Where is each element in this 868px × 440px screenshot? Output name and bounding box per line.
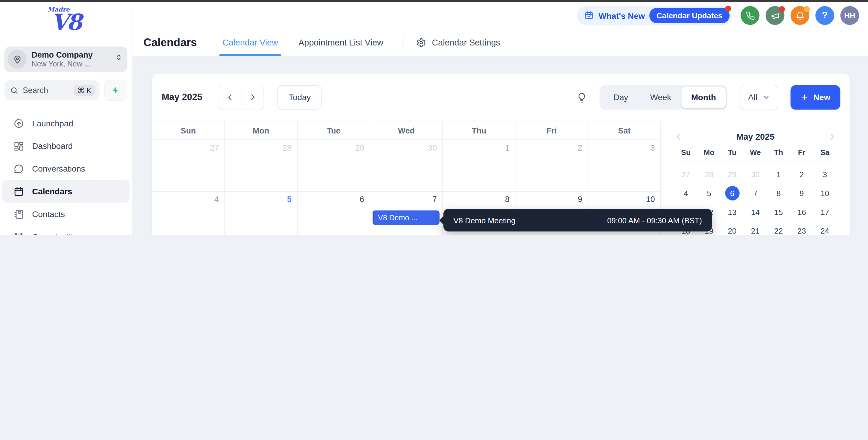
- brand-logo: Madre V8: [0, 2, 132, 41]
- notification-dot: [804, 6, 810, 12]
- day-cell[interactable]: 6: [298, 192, 370, 235]
- window-top-strip: [0, 0, 868, 2]
- mini-day-cell[interactable]: 4: [674, 184, 698, 203]
- brand-name: Madre: [48, 6, 70, 13]
- mini-day-name: Tu: [721, 149, 744, 157]
- day-cell[interactable]: 29: [298, 140, 370, 191]
- day-cell[interactable]: 27: [152, 140, 225, 191]
- day-cell[interactable]: 2: [516, 140, 588, 191]
- mini-day-cell[interactable]: 15: [767, 202, 790, 221]
- today-button[interactable]: Today: [278, 85, 322, 109]
- view-day-button[interactable]: Day: [601, 87, 640, 107]
- lightning-icon: [111, 86, 120, 95]
- gear-icon: [416, 37, 427, 48]
- contacts-icon: [13, 209, 25, 220]
- mini-day-cell[interactable]: 10: [813, 184, 836, 203]
- mini-day-cell[interactable]: 13: [721, 202, 744, 221]
- sidebar-nav: LaunchpadDashboardConversationsCalendars…: [0, 112, 132, 235]
- prev-month-button[interactable]: [219, 85, 242, 109]
- day-number: 1: [505, 144, 509, 152]
- view-month-button[interactable]: Month: [681, 87, 726, 107]
- sidebar-item-label: Launchpad: [32, 118, 73, 128]
- mini-day-cell[interactable]: 27: [674, 165, 698, 184]
- calendar-updates-badge[interactable]: Calendar Updates: [649, 8, 730, 23]
- view-week-button[interactable]: Week: [640, 87, 681, 107]
- sidebar-item-label: Opportunities: [32, 232, 82, 235]
- day-cell[interactable]: 5: [225, 192, 298, 235]
- day-cell[interactable]: 28: [225, 140, 298, 191]
- mini-day-cell[interactable]: 24: [813, 221, 836, 235]
- sidebar-item-calendars[interactable]: Calendars: [2, 180, 130, 202]
- mini-prev-month-button[interactable]: [674, 132, 683, 141]
- mini-day-cell[interactable]: 9: [790, 184, 813, 203]
- mini-day-cell[interactable]: 6: [721, 184, 744, 203]
- content-area: May 2025 Today: [132, 56, 868, 235]
- sidebar-item-dashboard[interactable]: Dashboard: [2, 135, 130, 157]
- tab-calendar-view[interactable]: Calendar View: [219, 29, 281, 56]
- user-avatar[interactable]: HH: [840, 6, 859, 25]
- calendar-event[interactable]: V8 Demo ...: [373, 211, 440, 225]
- day-number: 8: [505, 195, 509, 204]
- day-header: Sat: [588, 121, 660, 140]
- question-icon: ?: [822, 10, 828, 21]
- filter-select[interactable]: All: [740, 85, 779, 110]
- day-cell[interactable]: 4: [152, 192, 225, 235]
- mini-day-name: Th: [767, 149, 790, 157]
- phone-icon: [745, 11, 755, 20]
- company-name: Demo Company: [32, 50, 115, 60]
- mini-day-cell[interactable]: 8: [767, 184, 790, 203]
- mini-day-cell[interactable]: 2: [790, 165, 813, 184]
- app-window: Madre V8 Demo Company New York, New ...: [0, 0, 868, 235]
- mini-next-month-button[interactable]: [828, 132, 836, 141]
- sidebar-item-contacts[interactable]: Contacts: [2, 202, 130, 225]
- mini-day-cell[interactable]: 21: [744, 221, 767, 235]
- mini-day-cell[interactable]: 7: [744, 184, 767, 203]
- day-cell[interactable]: 1: [443, 140, 516, 191]
- company-switcher[interactable]: Demo Company New York, New ...: [4, 46, 127, 72]
- chevron-updown-icon: [115, 53, 123, 65]
- mini-day-cell[interactable]: 5: [698, 184, 720, 203]
- mini-day-cell[interactable]: 30: [744, 165, 767, 184]
- mini-day-cell[interactable]: 17: [813, 202, 836, 221]
- calendar-icon: [13, 186, 25, 197]
- mini-day-cell[interactable]: 16: [790, 202, 813, 221]
- day-cell[interactable]: 7V8 Demo ...: [370, 192, 443, 235]
- mini-day-cell[interactable]: 23: [790, 221, 813, 235]
- day-cell[interactable]: 30: [370, 140, 443, 191]
- notification-dot: [779, 6, 785, 12]
- sidebar-item-conversations[interactable]: Conversations: [2, 157, 130, 180]
- opportunities-icon: [13, 231, 25, 235]
- next-month-button[interactable]: [242, 85, 264, 109]
- mini-day-cell[interactable]: 14: [744, 202, 767, 221]
- phone-button[interactable]: [741, 6, 760, 25]
- notifications-button[interactable]: [790, 6, 810, 25]
- mini-day-name: We: [744, 149, 767, 157]
- mini-day-cell[interactable]: 3: [813, 165, 836, 184]
- search-input[interactable]: Search ⌘ K: [4, 80, 100, 100]
- day-header: Tue: [298, 121, 370, 140]
- day-header: Mon: [225, 121, 298, 140]
- quick-actions-button[interactable]: [104, 80, 128, 101]
- mini-day-cell[interactable]: 22: [767, 221, 790, 235]
- page-header: Calendars Calendar ViewAppointment List …: [132, 29, 868, 57]
- help-button[interactable]: ?: [815, 6, 834, 25]
- mini-day-cell[interactable]: 20: [721, 221, 744, 235]
- lightbulb-icon[interactable]: [577, 92, 588, 103]
- mini-day-name: Mo: [698, 149, 720, 157]
- mini-day-cell[interactable]: 1: [767, 165, 790, 184]
- whats-new-pill[interactable]: What's New Calendar Updates: [577, 6, 732, 25]
- new-appointment-button[interactable]: New: [790, 85, 840, 109]
- mini-day-cell[interactable]: 29: [721, 165, 744, 184]
- tab-appointment-list-view[interactable]: Appointment List View: [295, 29, 387, 56]
- topbar: What's New Calendar Updates ?HH: [132, 2, 868, 29]
- day-cell[interactable]: 3: [588, 140, 660, 191]
- day-header: Sun: [152, 121, 225, 140]
- sidebar-item-launchpad[interactable]: Launchpad: [2, 112, 130, 135]
- announcements-button[interactable]: [766, 6, 784, 25]
- mini-day-cell[interactable]: 28: [698, 165, 720, 184]
- day-header: Fri: [516, 121, 588, 140]
- sidebar-item-opportunities[interactable]: Opportunities: [2, 225, 130, 235]
- calendar-settings-link[interactable]: Calendar Settings: [416, 29, 500, 56]
- view-switcher: DayWeekMonth: [600, 85, 727, 109]
- event-tooltip: V8 Demo Meeting 09:00 AM - 09:30 AM (BST…: [443, 209, 712, 231]
